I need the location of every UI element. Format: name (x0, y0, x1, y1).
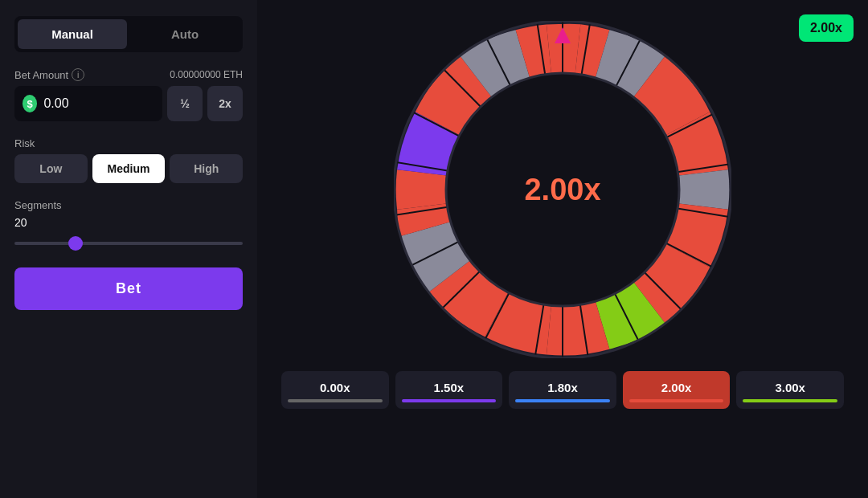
segments-label: Segments (14, 199, 243, 211)
right-panel: 2.00x (257, 0, 868, 498)
mult-item-2[interactable]: 1.80x (509, 371, 616, 409)
risk-low[interactable]: Low (14, 154, 88, 183)
segments-value: 20 (14, 216, 243, 229)
mult-bar-2 (515, 399, 610, 402)
dollar-icon: $ (23, 95, 37, 112)
mult-label-2: 1.80x (547, 381, 578, 394)
risk-section: Risk Low Medium High (14, 137, 243, 183)
mult-item-4[interactable]: 3.00x (736, 371, 844, 409)
double-button[interactable]: 2x (207, 86, 243, 121)
wheel-svg (394, 21, 731, 358)
segments-section: Segments 20 (14, 199, 243, 251)
multiplier-row: 0.00x 1.50x 1.80x 2.00x 3.00x (281, 371, 844, 409)
mult-bar-1 (402, 399, 497, 402)
risk-high[interactable]: High (170, 154, 243, 183)
tab-manual[interactable]: Manual (18, 19, 127, 49)
half-button[interactable]: ½ (167, 86, 203, 121)
eth-value: 0.00000000 ETH (170, 69, 243, 80)
tab-auto[interactable]: Auto (130, 19, 240, 49)
result-badge: 2.00x (799, 14, 854, 42)
mult-item-3[interactable]: 2.00x (623, 371, 731, 409)
bet-input[interactable] (43, 96, 154, 111)
wheel-container: 2.00x (394, 21, 731, 358)
left-panel: Manual Auto Bet Amount i 0.00000000 ETH … (0, 0, 257, 498)
mult-bar-4 (743, 399, 837, 402)
mode-tabs: Manual Auto (14, 16, 243, 52)
mult-label-1: 1.50x (434, 381, 465, 394)
risk-row: Low Medium High (14, 154, 243, 183)
bet-button[interactable]: Bet (14, 267, 243, 310)
risk-label: Risk (14, 137, 243, 149)
segments-slider[interactable] (14, 242, 243, 245)
mult-label-3: 2.00x (661, 381, 692, 394)
bet-input-row: $ ½ 2x (14, 86, 243, 121)
mult-item-0[interactable]: 0.00x (281, 371, 389, 409)
mult-bar-3 (629, 399, 724, 402)
slider-wrap (14, 235, 243, 251)
mult-bar-0 (288, 399, 383, 402)
info-icon[interactable]: i (72, 68, 84, 81)
mult-label-0: 0.00x (320, 381, 350, 394)
bet-amount-label: Bet Amount i 0.00000000 ETH (14, 68, 243, 81)
bet-amount-section: Bet Amount i 0.00000000 ETH $ ½ 2x (14, 68, 243, 121)
mult-label-4: 3.00x (775, 381, 805, 394)
bet-input-wrap: $ (14, 86, 162, 121)
risk-medium[interactable]: Medium (92, 154, 166, 183)
mult-item-1[interactable]: 1.50x (395, 371, 503, 409)
